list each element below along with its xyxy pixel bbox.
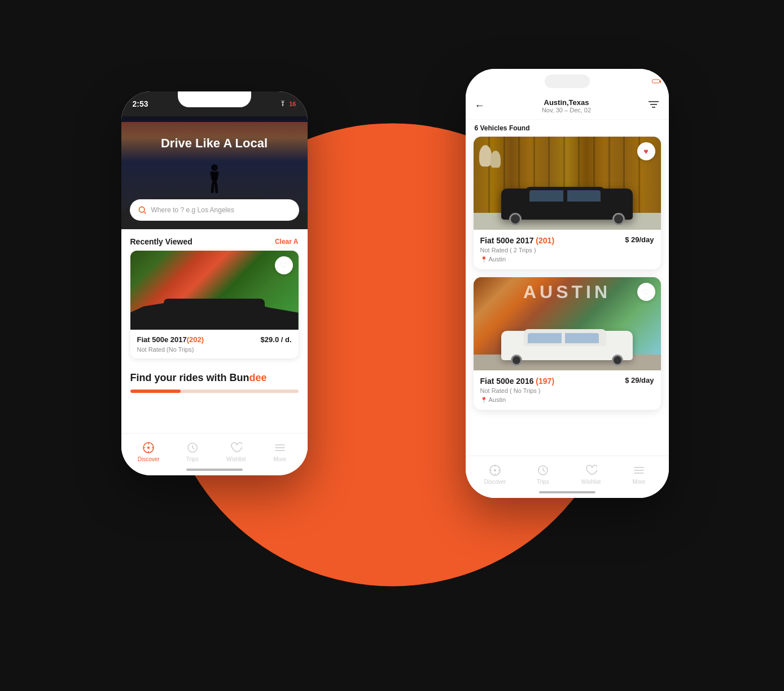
- nav-trips-label-right: Trips: [537, 479, 549, 485]
- nav-discover-left[interactable]: Discover: [127, 441, 171, 462]
- filter-button-right[interactable]: [648, 99, 659, 112]
- car-card-2-right[interactable]: AUSTIN: [474, 277, 661, 410]
- car-name-left: Fiat 500e 2017(202): [137, 335, 204, 344]
- find-rides-section: Find your rides with Bundee: [121, 365, 308, 400]
- car-info-left: Fiat 500e 2017(202) $29.0 / d. Not Rated…: [130, 330, 299, 358]
- nav-more-label-right: More: [633, 479, 646, 485]
- car-card-1-right[interactable]: ♥ Fiat 500e 2017 (201) Not Rated ( 2 Tri…: [474, 137, 661, 269]
- car-image-left: ♡: [130, 251, 299, 330]
- trips-icon-left: [186, 441, 199, 454]
- car-info-1-right: Fiat 500e 2017 (201) Not Rated ( 2 Trips…: [474, 230, 661, 269]
- car-location-1-right: 📍 Austin: [480, 256, 555, 263]
- wishlist-btn-1-right[interactable]: ♥: [637, 142, 655, 160]
- hero-section: Drive Like A Local Where to ? e.g Los An…: [121, 116, 308, 229]
- nav-trips-left[interactable]: Trips: [170, 441, 214, 462]
- header-location: Austin,Texas: [542, 98, 591, 107]
- status-icons-left: 16: [279, 100, 296, 107]
- nav-discover-label-left: Discover: [138, 456, 160, 462]
- wishlist-btn-left[interactable]: ♡: [275, 256, 293, 274]
- wishlist-icon-left: [230, 441, 242, 454]
- camera-pill-right: [545, 75, 590, 88]
- find-rides-title: Find your rides with Bundee: [130, 372, 299, 384]
- recently-viewed-card[interactable]: ♡ Fiat 500e 2017(202) $29.0 / d. Not Rat…: [130, 251, 299, 358]
- back-button-right[interactable]: ←: [475, 100, 485, 112]
- more-icon-right: [633, 464, 645, 476]
- wishlist-btn-2-right[interactable]: ♡: [637, 283, 655, 301]
- car-list-right: ♥ Fiat 500e 2017 (201) Not Rated ( 2 Tri…: [466, 137, 669, 498]
- search-icon-left: [138, 205, 147, 215]
- nav-more-right[interactable]: More: [615, 464, 663, 485]
- car-image-1-right: ♥: [474, 137, 661, 230]
- nav-trips-right[interactable]: Trips: [519, 464, 567, 485]
- car-image-2-right: AUSTIN: [474, 277, 661, 370]
- progress-fill-left: [130, 390, 181, 393]
- car-rating-2-right: Not Rated ( No Trips ): [480, 387, 555, 394]
- home-indicator-left: [186, 469, 243, 471]
- more-icon-left: [274, 441, 286, 454]
- car-scene-black: [474, 137, 661, 230]
- nav-wishlist-left[interactable]: Wishlist: [214, 441, 259, 462]
- nav-discover-label-right: Discover: [484, 479, 506, 485]
- phone-left: 2:53 16: [121, 91, 308, 475]
- phone-right: ← Austin,Texas Nov, 30 – Dec, 02 6 Vehic…: [466, 69, 669, 498]
- car-price-1-right: $ 29/day: [625, 235, 654, 244]
- hero-title: Drive Like A Local: [121, 136, 308, 151]
- car-info-2-right: Fiat 500e 2016 (197) Not Rated ( No Trip…: [474, 370, 661, 410]
- car-photo-left: [130, 251, 299, 330]
- svg-line-8: [144, 212, 146, 213]
- svg-point-7: [139, 207, 144, 212]
- progress-bar-left: [130, 390, 299, 393]
- car-name-2-right: Fiat 500e 2016 (197): [480, 377, 555, 386]
- home-indicator-right: [539, 491, 595, 493]
- recently-viewed-header: Recently Viewed Clear A: [121, 229, 308, 251]
- discover-icon-left: [142, 441, 155, 454]
- car-price-left: $29.0 / d.: [261, 335, 292, 344]
- svg-point-1: [211, 164, 218, 171]
- nav-more-left[interactable]: More: [258, 441, 302, 462]
- svg-rect-5: [211, 183, 214, 193]
- car-rating-left: Not Rated (No Trips): [137, 346, 292, 353]
- vehicles-count-right: 6 Vehicles Found: [466, 120, 669, 137]
- nav-wishlist-right[interactable]: Wishlist: [567, 464, 615, 485]
- nav-discover-right[interactable]: Discover: [471, 464, 519, 485]
- header-dates: Nov, 30 – Dec, 02: [542, 107, 591, 113]
- svg-point-10: [147, 447, 150, 449]
- right-header: ← Austin,Texas Nov, 30 – Dec, 02: [466, 94, 669, 120]
- car-location-2-right: 📍 Austin: [480, 396, 555, 403]
- discover-icon-right: [489, 464, 501, 476]
- nav-wishlist-label-left: Wishlist: [226, 456, 246, 462]
- time-left: 2:53: [133, 99, 148, 108]
- header-center-right: Austin,Texas Nov, 30 – Dec, 02: [542, 98, 591, 113]
- wishlist-icon-right: [585, 464, 597, 476]
- trips-icon-right: [537, 464, 549, 476]
- recently-viewed-title: Recently Viewed: [130, 237, 192, 246]
- wifi-icon: [279, 100, 287, 107]
- nav-trips-label-left: Trips: [186, 456, 199, 462]
- svg-point-0: [282, 105, 283, 106]
- scene: 2:53 16: [82, 35, 703, 656]
- battery-text-left: 16: [289, 100, 296, 107]
- car-scene-white: AUSTIN: [474, 277, 661, 370]
- bottom-nav-right: Discover Trips Wishlist: [466, 456, 669, 498]
- car-price-2-right: $ 29/day: [625, 376, 654, 384]
- svg-rect-6: [214, 183, 218, 193]
- car-name-1-right: Fiat 500e 2017 (201): [480, 236, 555, 245]
- battery-right: [652, 80, 660, 84]
- svg-point-23: [494, 469, 496, 471]
- notch-left: [178, 91, 251, 107]
- search-bar-left[interactable]: Where to ? e.g Los Angeles: [130, 199, 299, 221]
- nav-wishlist-label-right: Wishlist: [581, 479, 601, 485]
- nav-more-label-left: More: [273, 456, 286, 462]
- search-placeholder-left: Where to ? e.g Los Angeles: [151, 206, 234, 214]
- car-rating-1-right: Not Rated ( 2 Trips ): [480, 247, 555, 253]
- clear-action[interactable]: Clear A: [275, 238, 299, 246]
- bottom-nav-left: Discover Trips Wishlist: [121, 433, 308, 475]
